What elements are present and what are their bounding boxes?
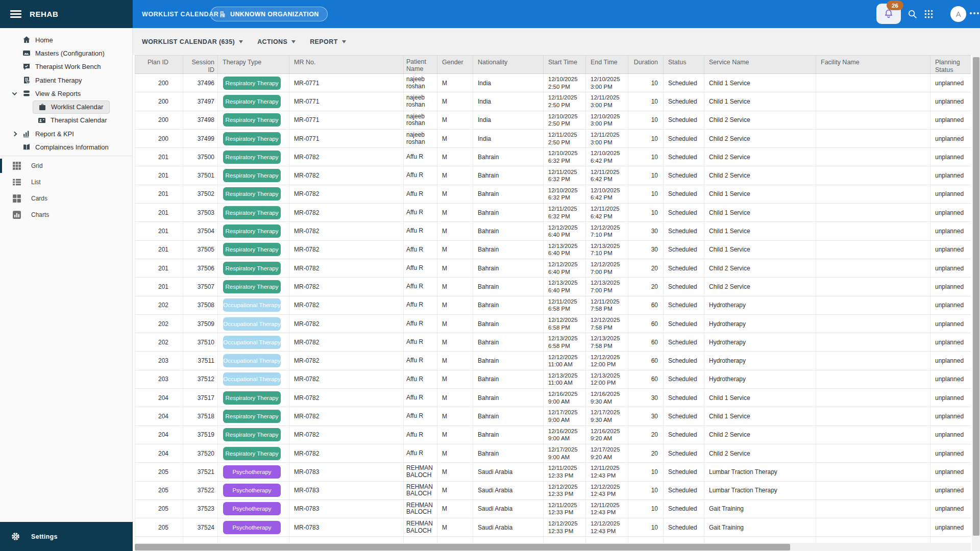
- therapy-type-badge[interactable]: Respiratory Therapy: [223, 132, 281, 145]
- table-row[interactable]: 20137503Respiratory TherapyMR-0782Affu R…: [135, 204, 971, 222]
- therapy-type-badge[interactable]: Respiratory Therapy: [223, 113, 281, 127]
- user-avatar[interactable]: A: [950, 6, 966, 22]
- cell-nationality: India: [473, 130, 544, 147]
- organization-button[interactable]: UNKNOWN ORGANIZATION: [210, 7, 328, 21]
- table-row[interactable]: 20537522PsychotherapyMR-0783REHMAN BALOC…: [135, 482, 971, 500]
- therapy-type-badge[interactable]: Respiratory Therapy: [223, 410, 281, 423]
- column-header-duration[interactable]: Duration: [628, 56, 664, 73]
- horizontal-scrollbar-thumb[interactable]: [135, 544, 790, 550]
- toolbar-menu-worklist-calendar-635[interactable]: WORKLIST CALENDAR (635): [142, 38, 243, 45]
- horizontal-scrollbar[interactable]: [135, 543, 971, 551]
- table-row[interactable]: 20537521PsychotherapyMR-0783REHMAN BALOC…: [135, 463, 971, 481]
- therapy-type-badge[interactable]: Psychotherapy: [223, 484, 281, 497]
- table-row[interactable]: 20237509Occupational TherapyMR-0782Affu …: [135, 315, 971, 333]
- cell-mr: MR-0782: [289, 296, 404, 314]
- therapy-type-badge[interactable]: Respiratory Therapy: [223, 169, 281, 182]
- therapy-type-badge[interactable]: Occupational Therapy: [223, 336, 281, 349]
- table-row[interactable]: 20137507Respiratory TherapyMR-0782Affu R…: [135, 278, 971, 296]
- column-header-nationality[interactable]: Nationality: [473, 56, 544, 73]
- table-row[interactable]: 20337511Occupational TherapyMR-0782Affu …: [135, 352, 971, 370]
- column-header-service-name[interactable]: Service Name: [704, 56, 816, 73]
- table-row[interactable]: 20137505Respiratory TherapyMR-0782Affu R…: [135, 241, 971, 259]
- therapy-type-badge[interactable]: Respiratory Therapy: [223, 447, 281, 460]
- column-header-patient-name[interactable]: Patient Name: [404, 56, 437, 73]
- column-header-mr-no[interactable]: MR No.: [289, 56, 404, 73]
- table-row[interactable]: 20437520Respiratory TherapyMR-0782Affu R…: [135, 444, 971, 463]
- table-row[interactable]: 20137506Respiratory TherapyMR-0782Affu R…: [135, 259, 971, 278]
- sidebar-item-complainces-information[interactable]: Complainces Information: [0, 140, 133, 154]
- therapy-type-badge[interactable]: Respiratory Therapy: [223, 206, 281, 219]
- table-row[interactable]: 20037497Respiratory TherapyMR-0771najeeb…: [135, 92, 971, 111]
- sidebar-item-worklist-calendar[interactable]: Worklist Calendar: [0, 100, 133, 113]
- view-item-cards[interactable]: Cards: [0, 190, 133, 207]
- sidebar-item-report-kpi[interactable]: Report & KPI: [0, 127, 133, 140]
- table-row[interactable]: 20537523PsychotherapyMR-0783REHMAN BALOC…: [135, 500, 971, 518]
- column-header-planning-status[interactable]: Planning Status: [930, 56, 971, 73]
- table-row[interactable]: 20137501Respiratory TherapyMR-0782Affu R…: [135, 166, 971, 185]
- therapy-type-badge[interactable]: Respiratory Therapy: [223, 77, 281, 90]
- sidebar-item-settings[interactable]: Settings: [0, 522, 133, 551]
- table-row[interactable]: 20137502Respiratory TherapyMR-0782Affu R…: [135, 185, 971, 204]
- app-brand: REHAB: [30, 10, 58, 18]
- therapy-type-badge[interactable]: Respiratory Therapy: [223, 95, 281, 108]
- therapy-type-badge[interactable]: Respiratory Therapy: [223, 243, 281, 256]
- view-item-charts[interactable]: Charts: [0, 207, 133, 223]
- table-row[interactable]: 20037496Respiratory TherapyMR-0771najeeb…: [135, 74, 971, 92]
- sidebar-item-home[interactable]: Home: [0, 33, 133, 46]
- table-row[interactable]: 20037499Respiratory TherapyMR-0771najeeb…: [135, 130, 971, 148]
- hamburger-menu-icon[interactable]: [10, 8, 21, 19]
- table-row[interactable]: 20137504Respiratory TherapyMR-0782Affu R…: [135, 222, 971, 240]
- therapy-type-badge[interactable]: Occupational Therapy: [223, 317, 281, 331]
- therapy-type-badge[interactable]: Occupational Therapy: [223, 372, 281, 386]
- sidebar-item-patient-therapy[interactable]: Patient Therapy: [0, 73, 133, 87]
- table-row[interactable]: 20437517Respiratory TherapyMR-0782Affu R…: [135, 389, 971, 407]
- sidebar-item-masters-configuration[interactable]: Masters (Configuration): [0, 46, 133, 60]
- column-header-status[interactable]: Status: [664, 56, 704, 73]
- therapy-type-badge[interactable]: Psychotherapy: [223, 521, 281, 534]
- table-row[interactable]: 20137500Respiratory TherapyMR-0782Affu R…: [135, 148, 971, 166]
- search-button[interactable]: [907, 9, 918, 19]
- more-options-button[interactable]: [970, 12, 979, 14]
- toolbar-menu-report[interactable]: REPORT: [310, 38, 346, 45]
- column-header-session-id[interactable]: Session ID: [183, 56, 218, 73]
- therapy-type-badge[interactable]: Occupational Therapy: [223, 354, 281, 367]
- table-row[interactable]: 20237508Occupational TherapyMR-0782Affu …: [135, 296, 971, 315]
- column-header-start-time[interactable]: Start Time: [544, 56, 586, 73]
- therapy-type-badge[interactable]: Respiratory Therapy: [223, 391, 281, 405]
- toolbar-menu-actions[interactable]: ACTIONS: [257, 38, 296, 45]
- chevron-down-icon[interactable]: [10, 92, 18, 95]
- therapy-type-badge[interactable]: Respiratory Therapy: [223, 280, 281, 293]
- therapy-type-badge[interactable]: Respiratory Therapy: [223, 151, 281, 164]
- vertical-scrollbar[interactable]: [972, 55, 980, 551]
- column-header-facility-name[interactable]: Facility Name: [816, 56, 930, 73]
- therapy-type-badge[interactable]: Respiratory Therapy: [223, 262, 281, 275]
- table-row[interactable]: 20437519Respiratory TherapyMR-0782Affu R…: [135, 426, 971, 444]
- tab-worklist-calendar[interactable]: WORKLIST CALENDAR: [142, 0, 218, 28]
- therapy-type-badge[interactable]: Respiratory Therapy: [223, 428, 281, 441]
- vertical-scrollbar-thumb[interactable]: [973, 57, 979, 536]
- therapy-type-badge[interactable]: Psychotherapy: [223, 502, 281, 515]
- cell-start: 12/12/2025 6:58 PM: [544, 315, 586, 333]
- column-header-therapy-type[interactable]: Therapy Type: [218, 56, 289, 73]
- therapy-type-badge[interactable]: Respiratory Therapy: [223, 187, 281, 201]
- therapy-type-badge[interactable]: Psychotherapy: [223, 465, 281, 479]
- table-row[interactable]: 20037498Respiratory TherapyMR-0771najeeb…: [135, 111, 971, 130]
- chevron-right-icon[interactable]: [10, 132, 18, 136]
- column-header-gender[interactable]: Gender: [437, 56, 473, 73]
- therapy-type-badge[interactable]: Occupational Therapy: [223, 298, 281, 312]
- column-header-end-time[interactable]: End Time: [586, 56, 628, 73]
- cell-end: 12/10/2025 3:00 PM: [586, 74, 628, 92]
- view-item-list[interactable]: List: [0, 174, 133, 190]
- sidebar-item-therapist-calendar[interactable]: Therapist Calendar: [0, 114, 133, 127]
- apps-grid-button[interactable]: [923, 9, 934, 19]
- table-row[interactable]: 20337512Occupational TherapyMR-0782Affu …: [135, 370, 971, 389]
- table-row[interactable]: 20537524PsychotherapyMR-0783REHMAN BALOC…: [135, 518, 971, 537]
- therapy-type-badge[interactable]: Respiratory Therapy: [223, 224, 281, 238]
- table-row[interactable]: 20237510Occupational TherapyMR-0782Affu …: [135, 333, 971, 352]
- sidebar-item-therapist-work-bench[interactable]: Therapist Work Bench: [0, 60, 133, 73]
- cell-start: 12/11/2025 12:33 PM: [544, 463, 586, 481]
- view-item-grid[interactable]: Grid: [0, 158, 133, 174]
- sidebar-item-view-reports[interactable]: View & Reports: [0, 87, 133, 100]
- column-header-plan-id[interactable]: Plan ID: [135, 56, 183, 73]
- table-row[interactable]: 20437518Respiratory TherapyMR-0782Affu R…: [135, 407, 971, 425]
